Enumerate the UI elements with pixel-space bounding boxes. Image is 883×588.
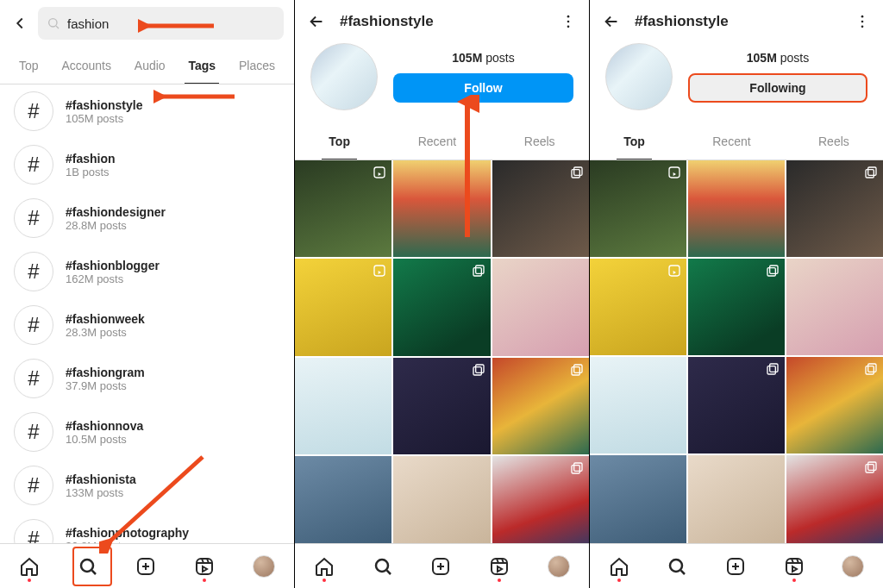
- svg-rect-16: [475, 365, 483, 372]
- svg-point-9: [567, 26, 570, 28]
- result-name: #fashionweek: [66, 312, 145, 326]
- panel-search: fashion Top Accounts Audio Tags Places #…: [0, 0, 294, 588]
- post-thumbnail[interactable]: [786, 357, 883, 454]
- nav-home-icon[interactable]: [609, 556, 629, 577]
- post-count: 105M posts: [452, 51, 514, 65]
- post-thumbnail[interactable]: [786, 455, 883, 543]
- post-thumbnail[interactable]: [492, 259, 589, 355]
- post-thumbnail[interactable]: [688, 357, 785, 454]
- tab-audio[interactable]: Audio: [131, 50, 169, 84]
- menu-dots-icon[interactable]: [854, 13, 871, 30]
- search-result-row[interactable]: # #fashionblogger 162M posts: [0, 245, 294, 298]
- result-subtitle: 105M posts: [66, 112, 142, 125]
- carousel-badge-icon: [570, 166, 584, 179]
- back-icon[interactable]: [602, 12, 621, 31]
- search-result-row[interactable]: # #fashionstyle 105M posts: [0, 84, 294, 138]
- post-thumbnail[interactable]: [393, 456, 490, 543]
- post-thumbnail[interactable]: [492, 160, 589, 257]
- svg-point-8: [567, 21, 570, 23]
- nav-profile-avatar[interactable]: [253, 555, 275, 578]
- tab-recent[interactable]: Recent: [705, 126, 757, 160]
- result-name: #fashiondesigner: [66, 205, 166, 219]
- hashtag-icon: #: [14, 359, 53, 398]
- post-thumbnail[interactable]: [295, 456, 391, 543]
- bottom-nav: [295, 543, 589, 588]
- post-thumbnail[interactable]: [393, 259, 490, 355]
- svg-rect-10: [374, 167, 385, 178]
- result-name: #fashion: [66, 152, 116, 166]
- svg-point-41: [670, 560, 682, 572]
- search-result-row[interactable]: # #fashiongram 37.9M posts: [0, 352, 294, 405]
- search-icon: [47, 16, 60, 30]
- hashtag-tabs: Top Recent Reels: [590, 126, 883, 160]
- post-thumbnail[interactable]: [295, 160, 391, 257]
- post-thumbnail[interactable]: [688, 259, 785, 355]
- nav-search-icon[interactable]: [373, 556, 393, 577]
- nav-search-icon[interactable]: [78, 556, 98, 577]
- svg-rect-35: [770, 364, 778, 372]
- panel-hashtag-follow: #fashionstyle 105M posts Follow Top Rece…: [295, 0, 589, 588]
- result-subtitle: 162M posts: [66, 272, 160, 285]
- svg-point-26: [861, 16, 864, 18]
- post-thumbnail[interactable]: [688, 160, 785, 257]
- back-icon[interactable]: [307, 12, 326, 31]
- nav-reels-icon[interactable]: [784, 556, 805, 577]
- tab-top[interactable]: Top: [16, 50, 42, 84]
- post-thumbnail[interactable]: [786, 259, 883, 355]
- post-thumbnail[interactable]: [786, 160, 883, 257]
- follow-button[interactable]: Follow: [393, 73, 573, 103]
- search-result-row[interactable]: # #fashion 1B posts: [0, 138, 294, 191]
- svg-rect-36: [767, 366, 775, 374]
- following-button[interactable]: Following: [688, 73, 867, 103]
- reel-badge-icon: [667, 166, 681, 179]
- tab-accounts[interactable]: Accounts: [58, 50, 115, 84]
- result-subtitle: 37.9M posts: [66, 379, 145, 392]
- nav-create-icon[interactable]: [725, 556, 746, 577]
- search-result-row[interactable]: # #fashionweek 28.3M posts: [0, 298, 294, 352]
- tab-places[interactable]: Places: [235, 50, 279, 84]
- svg-rect-24: [492, 559, 507, 574]
- carousel-badge-icon: [472, 363, 485, 377]
- tab-reels[interactable]: Reels: [517, 126, 562, 160]
- svg-rect-37: [868, 364, 876, 372]
- menu-dots-icon[interactable]: [560, 13, 577, 30]
- hashtag-icon: #: [14, 91, 53, 131]
- nav-create-icon[interactable]: [135, 556, 156, 577]
- nav-profile-avatar[interactable]: [548, 555, 570, 578]
- nav-profile-avatar[interactable]: [842, 555, 864, 578]
- nav-home-icon[interactable]: [314, 556, 335, 577]
- nav-search-icon[interactable]: [667, 556, 687, 577]
- carousel-badge-icon: [766, 362, 780, 376]
- hashtag-icon: #: [14, 466, 53, 505]
- back-icon[interactable]: [10, 14, 29, 33]
- carousel-badge-icon: [864, 362, 878, 376]
- nav-create-icon[interactable]: [430, 556, 451, 577]
- post-thumbnail[interactable]: [590, 259, 686, 355]
- post-thumbnail[interactable]: [688, 455, 785, 543]
- post-thumbnail[interactable]: [393, 358, 490, 454]
- post-thumbnail[interactable]: [295, 259, 391, 355]
- nav-reels-icon[interactable]: [194, 556, 215, 577]
- svg-rect-11: [574, 167, 582, 175]
- svg-rect-32: [669, 266, 679, 276]
- hashtag-tabs: Top Recent Reels: [295, 126, 589, 160]
- post-thumbnail[interactable]: [492, 456, 589, 543]
- svg-rect-34: [767, 268, 775, 276]
- tab-top[interactable]: Top: [322, 126, 357, 160]
- post-thumbnail[interactable]: [590, 455, 686, 543]
- search-result-row[interactable]: # #fashiondesigner 28.8M posts: [0, 191, 294, 245]
- tab-tags[interactable]: Tags: [185, 50, 219, 84]
- post-thumbnail[interactable]: [590, 357, 686, 454]
- post-thumbnail[interactable]: [590, 160, 686, 257]
- tab-top[interactable]: Top: [617, 126, 652, 160]
- nav-home-icon[interactable]: [19, 556, 40, 577]
- post-thumbnail[interactable]: [295, 358, 391, 454]
- post-thumbnail[interactable]: [492, 358, 589, 454]
- reel-badge-icon: [667, 264, 681, 278]
- hashtag-icon: #: [14, 252, 53, 291]
- tab-reels[interactable]: Reels: [811, 126, 856, 160]
- svg-rect-29: [669, 167, 679, 178]
- svg-point-27: [861, 21, 864, 23]
- svg-point-1: [81, 560, 93, 572]
- nav-reels-icon[interactable]: [489, 556, 510, 577]
